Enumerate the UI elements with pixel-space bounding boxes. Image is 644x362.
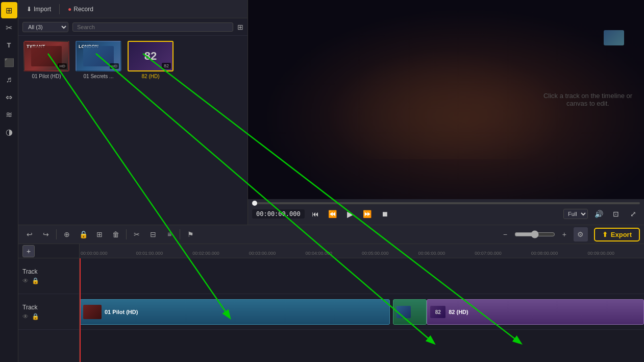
media-thumb-82: 82 82: [128, 41, 174, 71]
filter-bar: All (3) Video Audio ⊞: [18, 18, 247, 36]
clip-pilot[interactable]: 01 Pilot (HD): [80, 299, 390, 325]
export-icon: ⬆: [602, 231, 608, 238]
ruler-time-4: 00:04:00.000: [305, 251, 332, 256]
preview-controls: 00:00:00.000 ⏮ ⏪ ▶ ⏩ ⏹ Full 1/2 1/4 🔊 ⊡ …: [248, 199, 644, 225]
import-button[interactable]: ⬇ Import: [22, 5, 55, 14]
ruler-time-2: 00:02:00.000: [192, 251, 219, 256]
scrubber-track: [252, 202, 640, 204]
track-name-2: Track: [22, 304, 75, 311]
media-item-london-label: 01 Secrets ...: [76, 74, 121, 79]
redo-button[interactable]: ↪: [39, 227, 53, 242]
track-label-2: Track 👁 🔒: [18, 294, 79, 330]
record-label: Record: [73, 6, 93, 13]
tool-divider-3: [180, 229, 180, 239]
track-visible-button-2[interactable]: 👁: [22, 313, 29, 320]
next-step-button[interactable]: ⏩: [361, 207, 374, 221]
timeline-scrubber[interactable]: [252, 201, 640, 205]
media-item-pilot-label: 01 Pilot (HD): [23, 74, 69, 79]
timeline-toolbar: ↩ ↪ ⊕ 🔒 ⊞ 🗑 ✂ ⊟ ≡ ⚑ − + ⚙ ⬆ Export: [18, 225, 644, 244]
media-bin: ⬇ Import ● Record All (3) Video Audio ⊞: [18, 0, 248, 225]
zoom-slider[interactable]: [514, 230, 555, 238]
main-content: ⬇ Import ● Record All (3) Video Audio ⊞: [18, 0, 644, 362]
settings-button[interactable]: ⚙: [574, 227, 588, 242]
clip-82-label: 82 (HD): [449, 309, 468, 315]
volume-button[interactable]: 🔊: [592, 207, 605, 221]
filter-select[interactable]: All (3) Video Audio: [22, 22, 68, 32]
prev-step-button[interactable]: ⏪: [326, 207, 339, 221]
snap-button[interactable]: ⊕: [60, 227, 74, 242]
crop-button[interactable]: ⊡: [609, 207, 623, 221]
undo-button[interactable]: ↩: [22, 227, 37, 242]
sidebar-icon-cut[interactable]: ✂: [1, 19, 17, 36]
ruler-time-9: 00:09:00.000: [587, 251, 614, 256]
fullscreen-button[interactable]: ⤢: [627, 207, 640, 221]
media-item-london[interactable]: LONDON HD 01 Secrets ...: [76, 41, 121, 79]
export-button[interactable]: ⬆ Export: [594, 228, 640, 242]
sidebar-icon-media[interactable]: ⊞: [1, 2, 17, 18]
ruler-time-8: 00:08:00.000: [531, 251, 558, 256]
ruler-marks: 00:00:00.000 00:01:00.000 00:02:00.000 0…: [80, 244, 644, 258]
media-item-82[interactable]: 82 82 82 (HD): [128, 41, 174, 79]
add-track-button[interactable]: +: [22, 245, 35, 257]
sidebar-icon-text[interactable]: T: [1, 37, 17, 53]
zoom-out-button[interactable]: −: [498, 227, 512, 242]
track-lock-button-1[interactable]: 🔒: [32, 277, 39, 284]
search-input[interactable]: [72, 22, 233, 32]
track-labels: + Track 👁 🔒 Track 👁 🔒: [18, 244, 80, 362]
preview-video: Click a track on the timeline or canvas …: [248, 0, 644, 199]
tool-divider-2: [126, 229, 127, 239]
sidebar-icon-color[interactable]: ◑: [1, 124, 17, 140]
stop-button[interactable]: ⏹: [378, 207, 391, 221]
media-item-pilot[interactable]: TYRANT HD 01 Pilot (HD): [23, 41, 69, 79]
playhead-line: [80, 258, 81, 362]
record-icon: ●: [68, 6, 71, 13]
timeline-content: 00:00:00.000 00:01:00.000 00:02:00.000 0…: [80, 244, 644, 362]
delete-button[interactable]: 🗑: [109, 227, 123, 242]
clip-82[interactable]: 82 82 (HD): [427, 299, 644, 325]
media-item-82-label: 82 (HD): [128, 74, 174, 79]
prev-frame-button[interactable]: ⏮: [309, 207, 322, 221]
time-display: 00:00:00.000: [252, 209, 305, 219]
track-row-2[interactable]: 01 Pilot (HD) 82 82 (HD): [80, 294, 644, 330]
clip-pilot-label: 01 Pilot (HD): [105, 309, 138, 315]
track-icons-1: 👁 🔒: [22, 277, 75, 284]
track-icons-2: 👁 🔒: [22, 313, 75, 320]
controls-row: 00:00:00.000 ⏮ ⏪ ▶ ⏩ ⏹ Full 1/2 1/4 🔊 ⊡ …: [252, 207, 640, 221]
track-visible-button-1[interactable]: 👁: [22, 277, 29, 284]
ruler-time-3: 00:03:00.000: [249, 251, 276, 256]
quality-select[interactable]: Full 1/2 1/4: [563, 209, 588, 219]
scrubber-head: [252, 201, 257, 206]
clip-london[interactable]: [393, 299, 427, 325]
timeline-ruler: 00:00:00.000 00:01:00.000 00:02:00.000 0…: [80, 244, 644, 258]
sidebar: ⊞ ✂ T ⬛ ♬ ⇔ ≋ ◑: [0, 0, 18, 362]
sidebar-icon-transition[interactable]: ⇔: [1, 89, 17, 105]
group-button[interactable]: ⊞: [92, 227, 107, 242]
preview-hint: Click a track on the timeline or canvas …: [532, 0, 644, 199]
media-bin-toolbar: ⬇ Import ● Record: [18, 0, 247, 18]
align-button[interactable]: ≡: [162, 227, 177, 242]
track-row-1[interactable]: [80, 258, 644, 294]
play-button[interactable]: ▶: [343, 207, 357, 221]
cut-tool-button[interactable]: ✂: [130, 227, 144, 242]
split-button[interactable]: ⊟: [146, 227, 160, 242]
grid-view-button[interactable]: ⊞: [237, 23, 243, 31]
timeline: + Track 👁 🔒 Track 👁 🔒: [18, 244, 644, 362]
sidebar-icon-audio[interactable]: ♬: [1, 71, 17, 88]
zoom-control: − +: [498, 227, 572, 242]
record-button[interactable]: ● Record: [64, 5, 97, 14]
top-area: ⬇ Import ● Record All (3) Video Audio ⊞: [18, 0, 644, 225]
ruler-time-1: 00:01:00.000: [136, 251, 163, 256]
track-lock-button-2[interactable]: 🔒: [32, 313, 39, 320]
track-label-1: Track 👁 🔒: [18, 258, 79, 294]
import-label: Import: [34, 6, 51, 13]
media-grid: TYRANT HD 01 Pilot (HD) LONDON HD: [18, 36, 247, 225]
tool-divider-1: [56, 229, 57, 239]
sidebar-icon-filter[interactable]: ≋: [1, 106, 17, 123]
marker-button[interactable]: ⚑: [183, 227, 197, 242]
sidebar-icon-effects[interactable]: ⬛: [1, 54, 17, 70]
zoom-in-button[interactable]: +: [557, 227, 572, 242]
ruler-time-0: 00:00:00.000: [81, 251, 108, 256]
lock-button[interactable]: 🔒: [76, 227, 90, 242]
media-thumb-pilot: TYRANT HD: [23, 41, 69, 71]
toolbar-divider: [59, 4, 60, 14]
